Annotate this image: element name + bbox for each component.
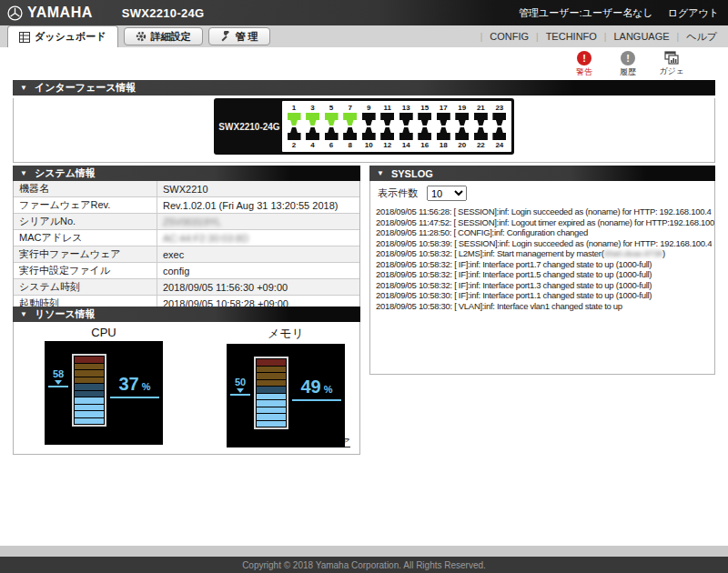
wrench-icon: [220, 31, 231, 42]
system-row-value: exec: [163, 249, 184, 260]
help-link[interactable]: ヘルプ: [686, 30, 717, 44]
port-number-label: 21: [477, 104, 485, 112]
port-column: 1516: [418, 104, 431, 149]
gauge-segment: [75, 411, 104, 417]
config-link[interactable]: CONFIG: [490, 31, 529, 42]
tab-admin[interactable]: 管 理: [208, 27, 270, 45]
port-7-up[interactable]: [343, 113, 357, 126]
port-6-down[interactable]: [325, 127, 339, 140]
alert-icon: !: [577, 51, 592, 65]
system-info-row: MACアドレスAC:44:F2:30:03:8D: [14, 230, 359, 246]
port-column: 2324: [492, 104, 506, 149]
port-11-down[interactable]: [380, 113, 394, 126]
syslog-panel-header[interactable]: ▼ SYSLOG: [369, 166, 715, 181]
system-panel-header[interactable]: ▼ システム情報: [13, 166, 360, 181]
gauge-segment: [257, 400, 286, 407]
port-column: 1112: [380, 104, 394, 149]
history-label: 履歴: [612, 66, 644, 78]
port-19-down[interactable]: [455, 113, 469, 126]
port-18-down[interactable]: [437, 127, 450, 140]
resource-panel-header[interactable]: ▼ リソース情報: [13, 307, 360, 322]
logout-link[interactable]: ログアウト: [668, 6, 719, 20]
system-info-row: システム時刻2018/09/05 11:56:30 +09:00: [14, 279, 359, 296]
system-info-row: 実行中ファームウェアexec: [14, 246, 359, 263]
gauge-segment: [75, 391, 104, 397]
syslog-panel-title: SYSLOG: [391, 168, 433, 179]
port-23-down[interactable]: [492, 113, 506, 126]
system-row-value: AC:44:F2:30:03:8D: [163, 233, 248, 244]
port-column: 12: [288, 104, 301, 149]
peak-triangle-icon: [55, 380, 62, 385]
port-4-down[interactable]: [306, 127, 319, 140]
port-12-down[interactable]: [380, 127, 394, 140]
port-number-label: 7: [348, 104, 351, 112]
port-15-down[interactable]: [418, 113, 431, 126]
tab-dashboard[interactable]: ダッシュボード: [7, 25, 118, 47]
port-column: 1920: [455, 104, 469, 149]
peak-level-line: [230, 394, 250, 396]
port-column: 56: [325, 104, 339, 149]
port-number-label: 8: [348, 141, 351, 149]
techinfo-link[interactable]: TECHINFO: [546, 31, 597, 42]
port-number-label: 18: [440, 141, 448, 149]
interface-panel-header[interactable]: ▼ インターフェース情報: [13, 80, 715, 96]
system-row-value: 2018/09/05 11:56:30 +09:00: [163, 282, 288, 293]
gauge-title: CPU: [26, 326, 181, 339]
syslog-count-select[interactable]: 10: [427, 186, 467, 201]
port-2-down[interactable]: [288, 127, 301, 140]
port-22-down[interactable]: [474, 127, 488, 140]
tab-settings[interactable]: 詳細設定: [124, 27, 203, 45]
system-row-value: Z5V00319YL: [163, 216, 221, 227]
gauge-peak-marker: 58: [46, 369, 70, 387]
collapse-triangle-icon: ▼: [20, 310, 27, 318]
footer: Copyright © 2018 Yamaha Corporation. All…: [0, 557, 728, 573]
gauge-bar: [72, 354, 106, 427]
port-1-up[interactable]: [288, 113, 301, 126]
switch-port-grid: 123456789101112131415161718192021222324: [282, 101, 511, 152]
interface-panel-title: インターフェース情報: [35, 81, 136, 95]
port-number-label: 9: [367, 104, 370, 112]
alert-label: 警告: [568, 66, 601, 78]
port-8-down[interactable]: [343, 127, 357, 140]
syslog-panel-body: 表示件数 10 2018/09/05 11:56:28: [ SESSION]:…: [369, 181, 715, 375]
syslog-line: 2018/09/05 11:56:28: [ SESSION]:inf: Log…: [376, 206, 709, 217]
port-21-down[interactable]: [474, 113, 488, 126]
system-row-label: 機器名: [14, 181, 157, 197]
port-16-down[interactable]: [418, 127, 431, 140]
gauge-percent-value: 37 %: [110, 374, 159, 398]
port-17-down[interactable]: [437, 113, 450, 126]
port-20-down[interactable]: [455, 127, 469, 140]
port-24-down[interactable]: [492, 127, 506, 140]
brand-text: YAMAHA: [27, 5, 93, 21]
gauge-memory: メモリ5049 %: [208, 326, 363, 447]
gauge-segment: [75, 384, 104, 390]
port-column: 2122: [474, 104, 488, 149]
port-13-down[interactable]: [399, 113, 413, 126]
port-10-down[interactable]: [362, 127, 376, 140]
gauge-percent-value: 49 %: [292, 377, 341, 401]
system-row-label: MACアドレス: [14, 230, 157, 246]
system-row-value: config: [163, 266, 189, 276]
port-number-label: 23: [495, 104, 503, 112]
redacted-text: 00a0.deae.8738: [604, 248, 662, 258]
gauge-segment: [75, 377, 104, 384]
gauge-bar: [254, 357, 288, 429]
port-number-label: 4: [310, 141, 314, 149]
port-5-up[interactable]: [325, 113, 339, 126]
tab-admin-label: 管 理: [236, 30, 258, 44]
syslog-line: 2018/09/05 10:58:39: [ SESSION]:inf: Log…: [376, 238, 709, 249]
gauge-segment: [75, 397, 104, 404]
yamaha-logo: YAMAHA: [0, 5, 93, 21]
gauge-peak-marker: 50: [228, 377, 252, 396]
gauge-segment: [75, 357, 104, 363]
switch-graphic: SWX2210-24G 1234567891011121314151617181…: [214, 98, 514, 155]
gauge-segment: [257, 373, 286, 379]
port-14-down[interactable]: [399, 127, 413, 140]
admin-user-label: 管理ユーザー:ユーザー名なし: [519, 6, 653, 20]
port-9-down[interactable]: [362, 113, 376, 126]
system-info-row: シリアルNo.Z5V00319YL: [14, 214, 359, 230]
port-number-label: 11: [383, 104, 390, 112]
language-link[interactable]: LANGUAGE: [613, 31, 669, 42]
history-icon: !: [621, 51, 635, 65]
port-3-up[interactable]: [306, 113, 319, 126]
